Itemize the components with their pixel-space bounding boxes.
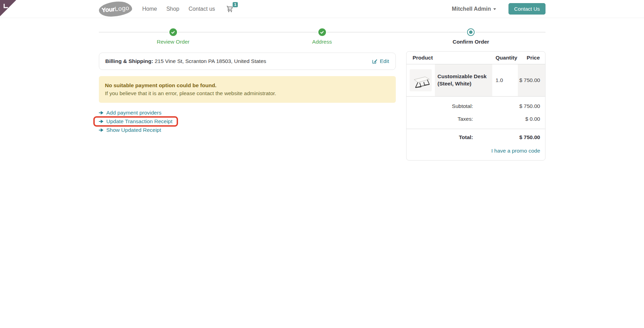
alert-body: If you believe that it is an error, plea… xyxy=(105,89,390,97)
step-label[interactable]: Review Order xyxy=(157,39,189,45)
action-link-label: Show Updated Receipt xyxy=(106,127,161,133)
total-row: Total: $ 750.00 xyxy=(407,129,545,146)
main-nav: Home Shop Contact us xyxy=(142,6,215,12)
edit-icon xyxy=(372,58,377,64)
update-transaction-receipt-link[interactable]: Update Transaction Receipt xyxy=(99,118,172,125)
billing-shipping-label: Billing & Shipping: xyxy=(105,58,153,64)
step-active-marker xyxy=(467,28,475,36)
arrow-right-icon xyxy=(99,111,104,115)
total-label: Total: xyxy=(407,134,473,140)
annotation-highlight-box: Update Transaction Receipt xyxy=(93,116,178,127)
chevron-down-icon xyxy=(493,8,496,10)
product-quantity: 1.0 xyxy=(492,64,518,96)
step-label[interactable]: Address xyxy=(312,39,332,45)
taxes-value: $ 0.00 xyxy=(473,116,545,122)
step-address[interactable]: Address xyxy=(248,28,396,45)
debug-corner-ribbon xyxy=(0,0,16,16)
billing-shipping-card: Billing & Shipping: 215 Vine St, Scranto… xyxy=(99,53,396,70)
billing-shipping-text: Billing & Shipping: 215 Vine St, Scranto… xyxy=(105,58,267,64)
show-updated-receipt-link[interactable]: Show Updated Receipt xyxy=(99,127,161,133)
contact-us-button[interactable]: Contact Us xyxy=(508,3,545,15)
action-link-label: Add payment providers xyxy=(106,110,161,116)
promo-code-link[interactable]: I have a promo code xyxy=(491,148,540,154)
step-confirm-order: Confirm Order xyxy=(396,28,545,45)
alert-title: No suitable payment option could be foun… xyxy=(105,81,390,89)
user-menu-label: Mitchell Admin xyxy=(452,6,491,12)
billing-shipping-address: 215 Vine St, Scranton PA 18503, United S… xyxy=(155,58,266,64)
corner-bracket-icon xyxy=(2,2,9,9)
product-name: Customizable Desk (Steel, White) xyxy=(435,64,492,96)
step-done-marker[interactable] xyxy=(318,28,326,36)
arrow-right-icon xyxy=(99,119,104,124)
nav-link-home[interactable]: Home xyxy=(142,6,157,12)
check-icon xyxy=(171,30,175,35)
cart-count-badge: 1 xyxy=(233,2,238,8)
user-menu-dropdown[interactable]: Mitchell Admin xyxy=(452,6,496,12)
order-line-item: Customizable Desk (Steel, White) 1.0 $ 7… xyxy=(407,64,545,97)
check-icon xyxy=(320,30,324,35)
step-done-marker[interactable] xyxy=(169,28,177,36)
product-thumbnail-desk[interactable] xyxy=(410,69,432,91)
subtotal-label: Subtotal: xyxy=(407,103,473,109)
column-header-price: Price xyxy=(518,52,545,64)
cart-button[interactable]: 1 xyxy=(226,5,234,13)
taxes-label: Taxes: xyxy=(407,116,473,122)
no-payment-option-alert: No suitable payment option could be foun… xyxy=(99,76,396,103)
column-header-quantity: Quantity xyxy=(492,52,518,64)
order-table-header: Product Quantity Price xyxy=(407,52,545,64)
site-logo[interactable]: YourLogo xyxy=(98,0,132,17)
step-review-order[interactable]: Review Order xyxy=(99,28,248,45)
column-header-product: Product xyxy=(407,52,492,64)
product-price: $ 750.00 xyxy=(518,64,545,96)
order-summary-card: Product Quantity Price Custo xyxy=(406,51,545,161)
edit-link-label: Edit xyxy=(380,58,389,64)
arrow-right-icon xyxy=(99,128,104,132)
edit-address-link[interactable]: Edit xyxy=(372,58,389,64)
add-payment-providers-link[interactable]: Add payment providers xyxy=(99,110,161,116)
top-navbar: YourLogo Home Shop Contact us 1 Mitchell… xyxy=(0,0,644,18)
logo-text-logo: Logo xyxy=(114,4,129,13)
nav-link-shop[interactable]: Shop xyxy=(166,6,179,12)
total-value: $ 750.00 xyxy=(473,134,545,140)
subtotal-row: Subtotal: $ 750.00 xyxy=(407,97,545,113)
subtotal-value: $ 750.00 xyxy=(473,103,545,109)
checkout-progress: Review Order Address Confirm Order xyxy=(99,28,545,45)
action-link-label: Update Transaction Receipt xyxy=(106,118,172,125)
taxes-row: Taxes: $ 0.00 xyxy=(407,113,545,129)
nav-link-contact-us[interactable]: Contact us xyxy=(189,6,215,12)
logo-text-your: Your xyxy=(101,5,115,13)
step-label: Confirm Order xyxy=(452,39,489,45)
payment-action-links: Add payment providers Update Transaction… xyxy=(99,109,396,135)
